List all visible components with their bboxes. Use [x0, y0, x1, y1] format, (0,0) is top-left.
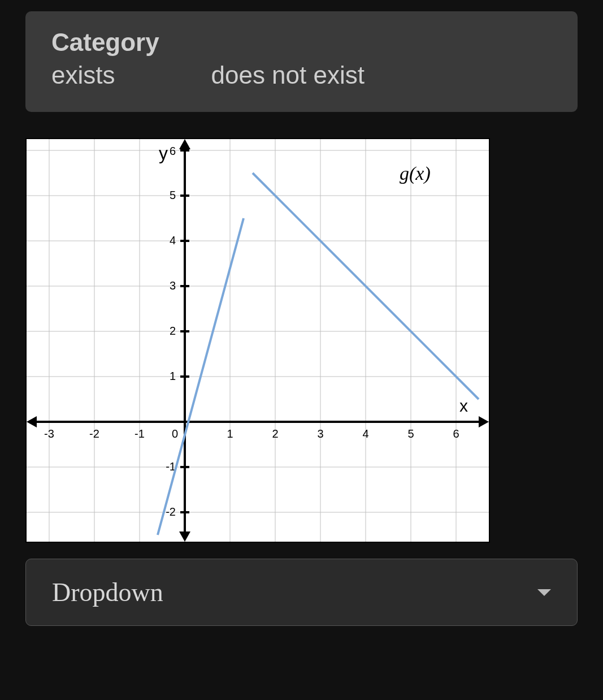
y-tick-neg2: -2: [166, 505, 176, 518]
x-tick-2: 2: [272, 427, 278, 440]
dropdown-label: Dropdown: [52, 577, 163, 607]
y-tick-3: 3: [170, 279, 176, 292]
function-label: g(x): [400, 163, 431, 184]
function-graph: -3 -2 -1 0 1 2 3 4 5 6 -2 -1 1 2 3 4 5 6…: [27, 139, 489, 542]
x-tick-1: 1: [227, 427, 233, 440]
x-tick-0: 0: [172, 427, 178, 440]
x-tick-3: 3: [317, 427, 323, 440]
x-tick-5: 5: [407, 427, 414, 440]
x-tick-neg1: -1: [135, 427, 145, 440]
x-tick-neg2: -2: [89, 427, 99, 440]
y-tick-4: 4: [170, 234, 176, 247]
svg-marker-20: [27, 416, 37, 427]
dropdown[interactable]: Dropdown: [25, 559, 578, 626]
x-tick-neg3: -3: [44, 427, 54, 440]
category-option-does-not-exist[interactable]: does not exist: [211, 61, 365, 89]
svg-marker-21: [179, 139, 190, 149]
y-tick-6: 6: [170, 145, 176, 157]
x-axis-label: x: [459, 396, 468, 415]
graph-panel: -3 -2 -1 0 1 2 3 4 5 6 -2 -1 1 2 3 4 5 6…: [25, 138, 490, 543]
category-option-exists[interactable]: exists: [51, 61, 115, 89]
category-options-row: exists does not exist: [51, 61, 552, 89]
category-title: Category: [51, 28, 552, 57]
x-tick-6: 6: [453, 427, 459, 440]
x-tick-4: 4: [362, 427, 368, 440]
y-tick-2: 2: [170, 325, 176, 337]
category-card: Category exists does not exist: [25, 11, 578, 112]
svg-marker-22: [179, 532, 190, 542]
y-tick-5: 5: [170, 189, 176, 201]
chevron-down-icon: [537, 589, 551, 596]
y-axis-label: y: [159, 143, 168, 163]
svg-marker-19: [479, 416, 489, 427]
y-tick-1: 1: [170, 370, 176, 382]
